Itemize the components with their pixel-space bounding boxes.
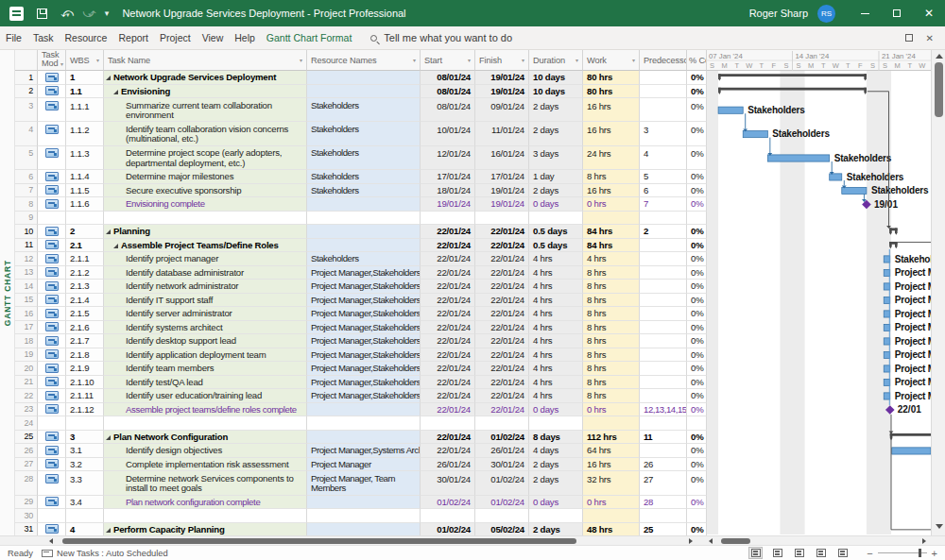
cell-work[interactable]: 8 hrs xyxy=(583,307,640,321)
column-header-pred[interactable]: Predecessor▾ xyxy=(640,50,687,71)
cell-pct[interactable]: 0% xyxy=(687,252,707,266)
cell-dur[interactable]: 2 days xyxy=(529,523,583,535)
column-header-pct[interactable]: % Com xyxy=(687,50,707,71)
summary-bar[interactable] xyxy=(890,433,931,436)
task-bar[interactable] xyxy=(884,338,890,345)
task-bar[interactable] xyxy=(884,269,890,276)
task-bar[interactable] xyxy=(830,174,842,180)
cell-start[interactable]: 30/01/24 xyxy=(421,471,475,495)
cell-finish[interactable]: 22/01/24 xyxy=(475,239,529,253)
cell-finish[interactable]: 19/01/24 xyxy=(475,71,529,85)
cell-name[interactable]: Determine major milestones xyxy=(104,170,307,184)
cell-dur[interactable]: 0 days xyxy=(529,403,583,417)
cell-res[interactable] xyxy=(307,523,421,535)
cell-finish[interactable]: 01/02/24 xyxy=(475,431,529,445)
cell-pred[interactable]: 27 xyxy=(640,471,687,495)
tab-task[interactable]: Task xyxy=(27,26,60,50)
cell-pct[interactable]: 0% xyxy=(687,321,707,335)
column-header-id[interactable] xyxy=(15,50,38,71)
cell-work[interactable]: 16 hrs xyxy=(583,184,640,198)
cell-dur[interactable]: 0 days xyxy=(529,197,583,212)
cell-work[interactable]: 8 hrs xyxy=(583,376,640,390)
chart-scroll-right-icon[interactable] xyxy=(922,538,926,544)
cell-id[interactable]: 20 xyxy=(15,362,38,376)
cell-pct[interactable]: 0% xyxy=(687,184,707,198)
cell-work[interactable]: 8 hrs xyxy=(583,362,640,376)
cell-res[interactable]: Project Manager,Stakeholders xyxy=(307,334,421,348)
cell-dur[interactable]: 2 days xyxy=(529,471,583,495)
cell-work[interactable]: 48 hrs xyxy=(583,523,640,535)
cell-finish[interactable]: 22/01/24 xyxy=(475,403,529,417)
cell-id[interactable]: 3 xyxy=(15,98,38,122)
cell-mode[interactable] xyxy=(38,321,66,335)
cell-res[interactable]: Project Manager, Team Members xyxy=(307,471,421,495)
cell-dur[interactable]: 4 hrs xyxy=(529,362,583,376)
cell-work[interactable]: 8 hrs xyxy=(583,170,640,184)
cell-name[interactable]: Perform Capacity Planning xyxy=(104,523,307,535)
cell-pred[interactable] xyxy=(640,85,687,99)
cell-dur[interactable]: 4 hrs xyxy=(529,348,583,363)
cell-start[interactable]: 22/01/24 xyxy=(421,389,475,403)
cell-wbs[interactable]: 2.1.2 xyxy=(66,266,104,280)
cell-mode[interactable] xyxy=(38,376,66,390)
cell-res[interactable] xyxy=(307,509,421,523)
cell-start[interactable]: 22/01/24 xyxy=(421,280,475,294)
cell-id[interactable]: 31 xyxy=(15,523,38,535)
cell-pred[interactable] xyxy=(640,362,687,376)
cell-id[interactable]: 7 xyxy=(15,184,38,198)
cell-dur[interactable]: 0.5 days xyxy=(529,239,583,253)
cell-wbs[interactable]: 2.1.8 xyxy=(66,348,104,363)
close-button[interactable]: ✕ xyxy=(913,0,945,26)
cell-name[interactable]: Identify team collaboration vision conce… xyxy=(104,122,307,145)
cell-id[interactable]: 23 xyxy=(15,403,38,417)
cell-id[interactable]: 21 xyxy=(15,376,38,390)
cell-id[interactable]: 13 xyxy=(15,266,38,280)
cell-id[interactable]: 1 xyxy=(15,71,38,85)
cell-start[interactable]: 01/02/24 xyxy=(421,496,475,510)
cell-res[interactable]: Project Manager,Systems Architect xyxy=(307,444,421,458)
cell-work[interactable]: 80 hrs xyxy=(583,85,640,99)
cell-res[interactable]: Project Manager,Stakeholders xyxy=(307,389,421,403)
cell-name[interactable]: Identify desktop support lead xyxy=(104,334,307,348)
cell-mode[interactable] xyxy=(38,334,66,348)
cell-wbs[interactable]: 3.1 xyxy=(66,444,104,458)
cell-pct[interactable]: 0% xyxy=(687,266,707,280)
cell-id[interactable]: 9 xyxy=(15,212,38,226)
cell-finish[interactable]: 05/02/24 xyxy=(475,523,529,535)
cell-finish[interactable]: 19/01/24 xyxy=(475,85,529,99)
cell-dur[interactable]: 2 days xyxy=(529,184,583,198)
cell-wbs[interactable]: 2.1.4 xyxy=(66,294,104,308)
cell-wbs[interactable]: 2.1.9 xyxy=(66,362,104,376)
vertical-scrollbar[interactable] xyxy=(931,50,945,535)
cell-dur[interactable] xyxy=(529,212,583,226)
cell-pct[interactable]: 0% xyxy=(687,294,707,308)
cell-work[interactable]: 8 hrs xyxy=(583,389,640,403)
cell-pred[interactable] xyxy=(640,239,687,253)
cell-res[interactable] xyxy=(307,71,421,85)
cell-pct[interactable]: 0% xyxy=(687,348,707,363)
cell-wbs[interactable]: 2.1.1 xyxy=(66,252,104,266)
cell-name[interactable]: Identify application deployment team xyxy=(104,348,307,363)
cell-start[interactable]: 19/01/24 xyxy=(421,197,475,212)
task-bar[interactable] xyxy=(884,379,890,385)
cell-id[interactable]: 5 xyxy=(15,146,38,170)
cell-pred[interactable] xyxy=(640,294,687,308)
cell-name[interactable]: Complete implementation risk assessment xyxy=(104,458,307,472)
summary-bar[interactable] xyxy=(718,74,867,76)
cell-pct[interactable]: 0% xyxy=(687,170,707,184)
cell-pred[interactable]: 26 xyxy=(640,458,687,472)
cell-finish[interactable]: 17/01/24 xyxy=(475,170,529,184)
cell-mode[interactable] xyxy=(38,416,66,431)
cell-res[interactable] xyxy=(307,212,421,226)
chart-scrollbar-thumb[interactable] xyxy=(721,538,750,544)
task-bar[interactable] xyxy=(767,155,829,161)
cell-dur[interactable]: 2 days xyxy=(529,122,583,145)
cell-res[interactable]: Project Manager,Stakeholders xyxy=(307,376,421,390)
restore-button[interactable] xyxy=(881,0,913,26)
cell-work[interactable]: 16 hrs xyxy=(583,458,640,472)
cell-pred[interactable]: 11 xyxy=(640,431,687,445)
cell-pred[interactable] xyxy=(640,389,687,403)
cell-wbs[interactable]: 2.1.7 xyxy=(66,334,104,348)
cell-work[interactable]: 64 hrs xyxy=(583,444,640,458)
cell-pred[interactable]: 25 xyxy=(640,523,687,535)
